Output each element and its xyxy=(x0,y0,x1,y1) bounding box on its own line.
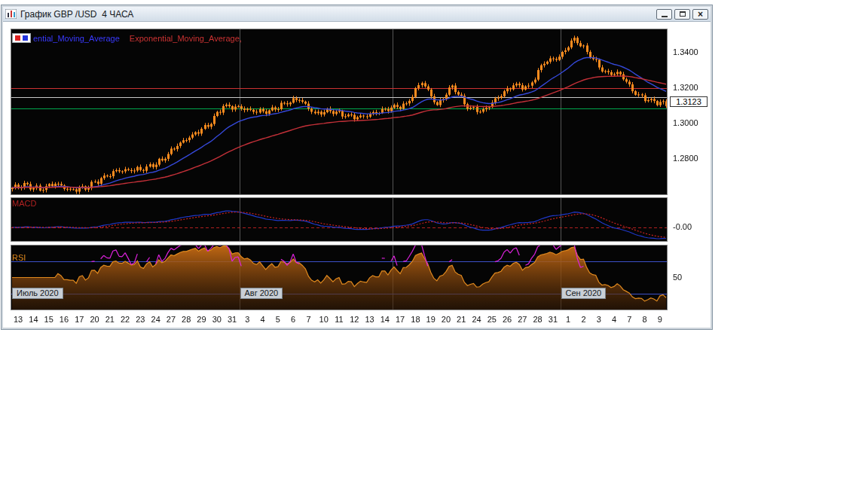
ema-slow-label: Exponential_Moving_Average, xyxy=(130,34,242,43)
close-button[interactable]: × xyxy=(692,9,708,20)
rsi-pane-label: RSI xyxy=(12,253,26,262)
rsi-axis-value: 50 xyxy=(673,273,682,282)
chart-canvas[interactable] xyxy=(3,22,711,328)
ema-fast-label: ential_Moving_Average xyxy=(33,34,120,43)
macd-axis-value: -0.00 xyxy=(673,222,692,231)
indicator-legend: ential_Moving_Average Exponential_Moving… xyxy=(33,34,242,43)
chart-client-area: 1.34001.32001.30001.28001314151617202122… xyxy=(3,22,711,328)
window-title: График GBP /USD 4 ЧАСА xyxy=(20,9,656,20)
minimize-button[interactable] xyxy=(656,9,672,20)
restore-icon xyxy=(680,11,686,17)
current-price-badge: 1.3123 xyxy=(670,96,708,107)
window-controls: × xyxy=(656,9,708,20)
macd-pane-label: MACD xyxy=(12,199,36,208)
chart-window-icon xyxy=(5,9,17,19)
close-icon: × xyxy=(698,11,703,18)
ema-fast-swatch-icon xyxy=(23,35,28,41)
chart-window: График GBP /USD 4 ЧАСА × 1.34001.32001.3… xyxy=(1,5,713,330)
minimize-icon xyxy=(662,16,668,17)
indicator-color-swatches[interactable] xyxy=(12,33,31,43)
window-titlebar[interactable]: График GBP /USD 4 ЧАСА × xyxy=(3,7,711,22)
restore-button[interactable] xyxy=(674,9,690,20)
ema-slow-swatch-icon xyxy=(15,35,20,41)
